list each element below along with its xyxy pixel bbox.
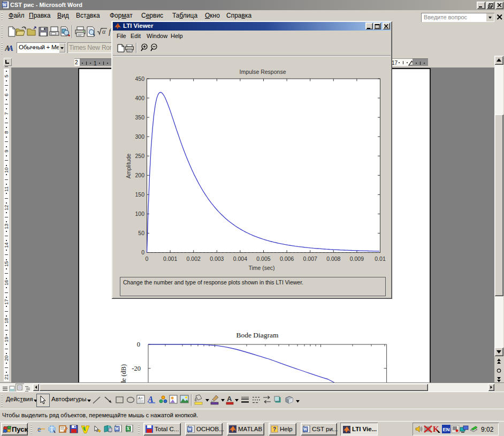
svg-text:350: 350 <box>135 114 144 121</box>
svg-text:50: 50 <box>138 230 144 236</box>
svg-text:W: W <box>188 427 192 432</box>
svg-text:A=: A= <box>138 396 143 400</box>
svg-text:150: 150 <box>135 191 144 198</box>
svg-text:?: ? <box>273 426 276 432</box>
svg-text:0.005: 0.005 <box>256 255 270 262</box>
svg-text:0.008: 0.008 <box>326 255 340 262</box>
svg-text:А: А <box>227 395 232 403</box>
svg-text:W: W <box>303 427 308 432</box>
svg-text:450: 450 <box>135 76 144 82</box>
svg-text:100: 100 <box>135 211 144 217</box>
svg-text:0.009: 0.009 <box>350 255 364 262</box>
svg-text:0: 0 <box>146 255 149 262</box>
svg-text:0.007: 0.007 <box>303 255 317 262</box>
svg-text:0.01: 0.01 <box>375 255 386 262</box>
svg-text:0.004: 0.004 <box>233 255 247 262</box>
svg-text:1: 1 <box>94 61 97 66</box>
svg-text:300: 300 <box>135 133 144 140</box>
svg-text:0.001: 0.001 <box>163 255 177 262</box>
svg-text:Time (sec): Time (sec) <box>248 265 274 271</box>
svg-text:Amplitude: Amplitude <box>125 154 132 179</box>
svg-text:250: 250 <box>135 153 144 159</box>
svg-text:0.002: 0.002 <box>187 255 201 262</box>
svg-text:A: A <box>7 44 13 52</box>
svg-text:X: X <box>127 426 130 431</box>
svg-text:400: 400 <box>135 95 144 101</box>
svg-text:W: W <box>3 3 7 7</box>
svg-text:200: 200 <box>135 172 144 178</box>
svg-text:EN: EN <box>442 426 449 432</box>
svg-text:W: W <box>115 426 119 431</box>
svg-text:0.003: 0.003 <box>210 255 224 262</box>
svg-text:17: 17 <box>392 60 398 66</box>
svg-text:α: α <box>102 28 106 35</box>
svg-text:0.006: 0.006 <box>280 255 294 262</box>
svg-text:0: 0 <box>141 249 144 255</box>
svg-text:Impulse Response: Impulse Response <box>240 69 286 75</box>
